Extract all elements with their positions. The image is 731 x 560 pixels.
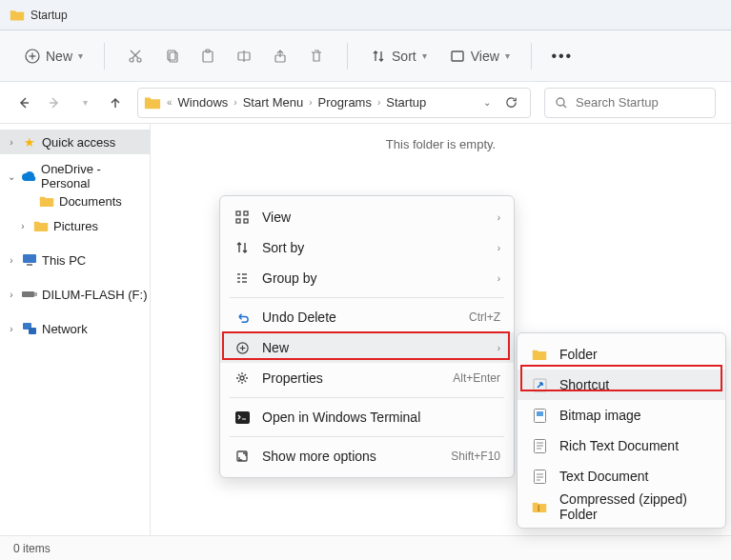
chevron-right-icon: › [6, 290, 17, 300]
ctx-new[interactable]: New › [220, 332, 514, 363]
sidebar-item-pictures[interactable]: › Pictures [0, 213, 150, 238]
ctx-label: Open in Windows Terminal [262, 410, 500, 425]
sidebar-item-onedrive[interactable]: ⌄ OneDrive - Personal [0, 164, 150, 189]
sidebar-item-label: Network [42, 322, 88, 336]
svg-rect-20 [34, 292, 37, 296]
sort-button[interactable]: Sort ▾ [361, 41, 435, 71]
window-title: Startup [30, 9, 68, 22]
more-button[interactable]: ••• [545, 41, 579, 71]
undo-icon [234, 309, 251, 326]
chevron-down-icon: ▾ [505, 50, 510, 61]
sidebar-item-this-pc[interactable]: › This PC [0, 248, 150, 272]
ctx-label: Bitmap image [559, 408, 712, 423]
separator [230, 297, 504, 298]
ctx-shortcut: Shift+F10 [451, 450, 500, 463]
ctx-show-more[interactable]: Show more options Shift+F10 [220, 441, 514, 471]
ctx-new-shortcut[interactable]: Shortcut [518, 370, 725, 400]
ctx-group-by[interactable]: Group by › [220, 263, 514, 293]
svg-point-3 [130, 58, 133, 62]
view-icon [448, 47, 467, 66]
sidebar-item-network[interactable]: › Network [0, 316, 150, 341]
address-dropdown[interactable]: ⌄ [479, 97, 495, 108]
svg-rect-41 [537, 411, 543, 416]
ctx-label: New [262, 340, 486, 355]
rename-button[interactable] [227, 41, 261, 71]
svg-rect-25 [236, 219, 240, 223]
sidebar-item-label: DILUM-FLASH (F:) [42, 288, 148, 302]
share-icon [271, 47, 290, 66]
ctx-new-zip[interactable]: Compressed (zipped) Folder [518, 491, 725, 522]
sidebar-item-quick-access[interactable]: › ★ Quick access [0, 130, 150, 154]
ctx-label: Compressed (zipped) Folder [559, 491, 712, 522]
document-icon [531, 468, 548, 485]
search-input[interactable] [576, 95, 705, 110]
breadcrumb-item[interactable]: Programs [318, 95, 372, 110]
share-button[interactable] [263, 41, 297, 71]
chevron-right-icon: › [6, 137, 17, 148]
ctx-undo-delete[interactable]: Undo Delete Ctrl+Z [220, 302, 514, 332]
folder-icon [38, 193, 55, 209]
view-button[interactable]: View ▾ [440, 41, 518, 71]
separator [230, 436, 504, 437]
svg-rect-14 [452, 51, 463, 61]
new-button[interactable]: New ▾ [15, 41, 91, 71]
grid-icon [234, 209, 251, 226]
navbar: ▾ « Windows › Start Menu › Programs › St… [0, 82, 731, 124]
chevron-right-icon: › [6, 324, 17, 334]
ctx-new-bitmap[interactable]: Bitmap image [518, 400, 725, 430]
ctx-label: Undo Delete [262, 310, 457, 325]
ctx-new-txt[interactable]: Text Document [518, 461, 725, 491]
chevron-right-icon: › [6, 255, 17, 266]
rename-icon [234, 47, 254, 66]
separator [230, 397, 504, 398]
folder-icon [32, 218, 50, 233]
ctx-label: Group by [262, 270, 486, 286]
chevron-down-icon: ⌄ [6, 171, 17, 182]
ctx-new-folder[interactable]: Folder [518, 339, 725, 370]
svg-rect-17 [23, 254, 36, 263]
sidebar-item-drive[interactable]: › DILUM-FLASH (F:) [0, 282, 150, 307]
sidebar-item-documents[interactable]: Documents [0, 189, 150, 213]
breadcrumb-item[interactable]: Start Menu [243, 95, 304, 110]
cut-button[interactable] [118, 41, 152, 71]
view-label: View [471, 49, 499, 64]
delete-button[interactable] [299, 41, 334, 71]
ctx-label: Text Document [559, 469, 712, 484]
chevron-down-icon: ▾ [78, 50, 83, 61]
breadcrumb-item[interactable]: Windows [178, 95, 229, 110]
ctx-sort-by[interactable]: Sort by › [220, 232, 514, 263]
svg-point-15 [557, 98, 564, 106]
sort-icon [234, 239, 251, 256]
ctx-label: Folder [559, 347, 712, 362]
breadcrumb-overflow[interactable]: « [165, 97, 174, 108]
address-bar[interactable]: « Windows › Start Menu › Programs › Star… [137, 88, 531, 118]
chevron-right-icon: › [17, 221, 29, 231]
svg-rect-18 [27, 264, 32, 266]
folder-icon [144, 95, 161, 110]
up-button[interactable] [107, 94, 124, 111]
sort-icon [369, 47, 388, 66]
ctx-view[interactable]: View › [220, 202, 514, 232]
ctx-new-rtf[interactable]: Rich Text Document [518, 430, 725, 461]
paste-button[interactable] [191, 41, 225, 71]
forward-button[interactable] [46, 94, 63, 111]
network-icon [21, 321, 38, 336]
folder-icon [10, 9, 25, 22]
ellipsis-icon: ••• [553, 47, 572, 66]
sidebar-item-label: Quick access [42, 135, 115, 150]
zip-folder-icon [531, 498, 548, 515]
recent-button[interactable]: ▾ [76, 94, 93, 111]
back-button[interactable] [15, 94, 32, 111]
ctx-properties[interactable]: Properties Alt+Enter [220, 363, 514, 393]
breadcrumb-item[interactable]: Startup [386, 95, 426, 110]
chevron-down-icon: ▾ [422, 50, 427, 61]
ctx-shortcut: Ctrl+Z [469, 310, 500, 324]
ctx-open-terminal[interactable]: Open in Windows Terminal [220, 402, 514, 432]
refresh-button[interactable] [498, 95, 524, 110]
search-box[interactable] [544, 88, 716, 118]
terminal-icon [234, 409, 251, 426]
toolbar: New ▾ Sort ▾ View ▾ ••• [0, 30, 731, 82]
star-icon: ★ [21, 134, 38, 150]
pc-icon [21, 252, 38, 268]
copy-button[interactable] [154, 41, 189, 71]
